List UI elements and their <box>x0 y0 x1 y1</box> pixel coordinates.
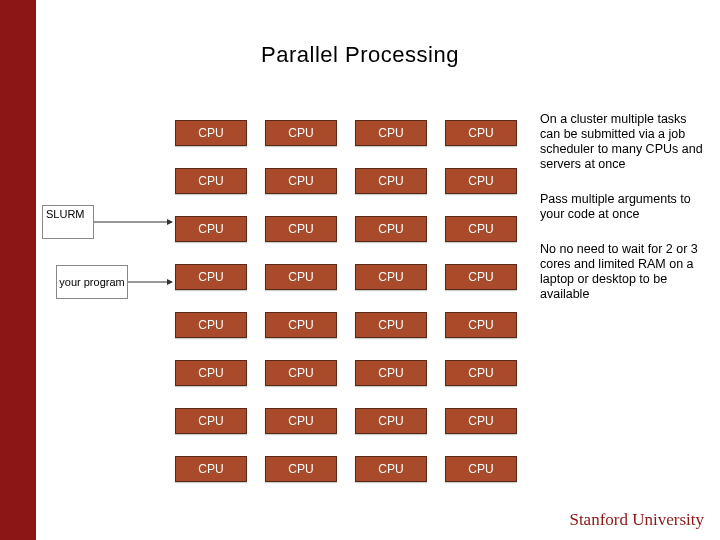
your-program-label: your program <box>59 276 124 288</box>
cpu-cell: CPU <box>355 312 427 338</box>
cpu-cell: CPU <box>175 456 247 482</box>
cpu-cell: CPU <box>265 408 337 434</box>
cpu-cell: CPU <box>445 264 517 290</box>
cpu-cell: CPU <box>175 408 247 434</box>
page-title: Parallel Processing <box>0 42 720 68</box>
cpu-cell: CPU <box>355 408 427 434</box>
cpu-cell: CPU <box>355 264 427 290</box>
cpu-cell: CPU <box>355 168 427 194</box>
your-program-box: your program <box>56 265 128 299</box>
notes-panel: On a cluster multiple tasks can be submi… <box>540 112 710 322</box>
cpu-cell: CPU <box>445 456 517 482</box>
cpu-cell: CPU <box>175 168 247 194</box>
cpu-cell: CPU <box>445 408 517 434</box>
cpu-cell: CPU <box>175 312 247 338</box>
cpu-cell: CPU <box>445 120 517 146</box>
cpu-cell: CPU <box>265 264 337 290</box>
cpu-cell: CPU <box>175 264 247 290</box>
note-text: On a cluster multiple tasks can be submi… <box>540 112 710 172</box>
cpu-cell: CPU <box>265 360 337 386</box>
cpu-cell: CPU <box>445 216 517 242</box>
cpu-cell: CPU <box>355 360 427 386</box>
cpu-cell: CPU <box>445 168 517 194</box>
brand-logo: Stanford University <box>569 510 704 530</box>
cpu-cell: CPU <box>445 360 517 386</box>
cpu-cell: CPU <box>265 312 337 338</box>
cpu-cell: CPU <box>175 360 247 386</box>
slurm-label: SLURM <box>46 208 85 220</box>
cpu-cell: CPU <box>175 216 247 242</box>
slurm-box: SLURM <box>42 205 94 239</box>
cpu-cell: CPU <box>265 216 337 242</box>
note-text: Pass multiple arguments to your code at … <box>540 192 710 222</box>
cpu-cell: CPU <box>355 120 427 146</box>
cpu-cell: CPU <box>355 216 427 242</box>
cpu-cell: CPU <box>265 456 337 482</box>
cpu-cell: CPU <box>265 120 337 146</box>
cpu-cell: CPU <box>445 312 517 338</box>
note-text: No no need to wait for 2 or 3 cores and … <box>540 242 710 302</box>
cpu-cell: CPU <box>175 120 247 146</box>
cpu-grid: CPUCPUCPUCPUCPUCPUCPUCPUCPUCPUCPUCPUCPUC… <box>175 120 517 482</box>
cpu-cell: CPU <box>355 456 427 482</box>
cpu-cell: CPU <box>265 168 337 194</box>
accent-sidebar <box>0 0 36 540</box>
